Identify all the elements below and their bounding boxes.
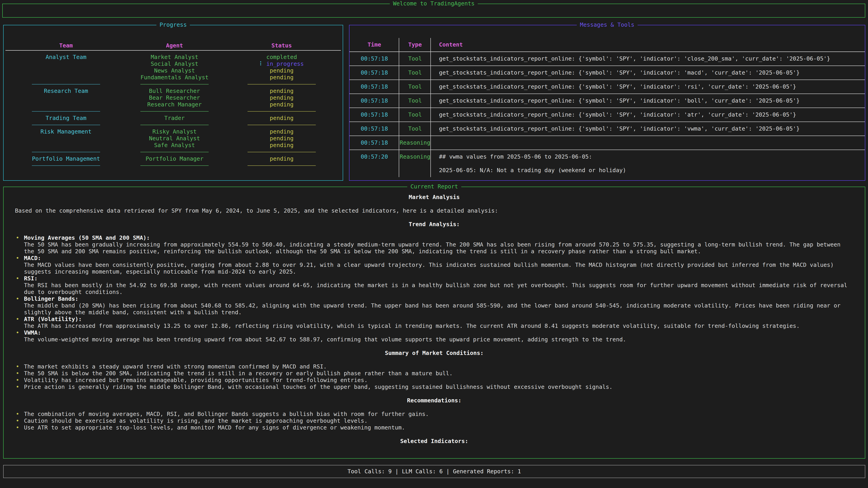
- message-content: get_stockstats_indicators_report_online:…: [431, 125, 865, 132]
- message-content: get_stockstats_indicators_report_online:…: [431, 55, 865, 62]
- message-row: 00:57:18 Tool get_stockstats_indicators_…: [349, 80, 865, 94]
- message-type: Tool: [399, 69, 431, 76]
- messages-panel-title: Messages & Tools: [577, 22, 638, 28]
- agent-label: Fundamentals Analyst: [128, 74, 221, 81]
- table-row: Risk Management Risky Analyst pending: [4, 128, 343, 135]
- message-time: 00:57:18: [349, 84, 399, 90]
- messages-table-header: Time Type Content: [349, 38, 865, 52]
- message-row: 00:57:20 Reasoning ## vwma values from 2…: [349, 150, 865, 177]
- message-content: get_stockstats_indicators_report_online:…: [431, 69, 865, 76]
- list-item: • VWMA: The volume-weighted moving avera…: [15, 329, 854, 343]
- message-time: 00:57:18: [349, 97, 399, 104]
- table-row: Fundamentals Analyst pending: [4, 74, 343, 81]
- message-time: 00:57:18: [349, 125, 399, 132]
- status-badge: pending: [221, 94, 343, 101]
- status-badge: pending: [221, 88, 343, 94]
- status-badge: completed: [221, 54, 343, 61]
- table-row: Research Manager pending: [4, 101, 343, 108]
- progress-panel-title: Progress: [156, 22, 190, 28]
- column-header-type: Type: [399, 41, 431, 48]
- list-item: • The market exhibits a steady upward tr…: [15, 363, 854, 370]
- column-header-time: Time: [349, 41, 399, 48]
- agent-label: Social Analyst: [128, 61, 221, 67]
- list-item: • Price action is generally riding the m…: [15, 384, 854, 390]
- message-content: get_stockstats_indicators_report_online:…: [431, 84, 865, 90]
- table-row: Bear Researcher pending: [4, 94, 343, 101]
- group-separator: [4, 81, 343, 88]
- table-row: Safe Analyst pending: [4, 142, 343, 149]
- team-label: Analyst Team: [4, 54, 128, 61]
- message-row: 00:57:18 Tool get_stockstats_indicators_…: [349, 66, 865, 80]
- table-row: Social Analyst ⠇in_progress: [4, 61, 343, 67]
- table-row: Neutral Analyst pending: [4, 135, 343, 142]
- bullet-icon: •: [16, 418, 19, 424]
- progress-table-header: Team Agent Status: [4, 41, 343, 50]
- report-body: Market Analysis Based on the comprehensi…: [4, 187, 865, 445]
- app-title: Welcome to TradingAgents: [390, 0, 477, 7]
- status-badge: pending: [221, 67, 343, 74]
- table-row: News Analyst pending: [4, 67, 343, 74]
- stats-footer: Tool Calls: 9 | LLM Calls: 6 | Generated…: [3, 465, 865, 478]
- report-heading-summary: Summary of Market Conditions:: [15, 350, 854, 357]
- column-header-agent: Agent: [128, 42, 221, 49]
- status-badge: pending: [221, 115, 343, 122]
- agent-label: Trader: [128, 115, 221, 122]
- message-time: 00:57:18: [349, 139, 399, 146]
- group-separator: [4, 122, 343, 128]
- message-content: ## vwma values from 2025-05-06 to 2025-0…: [431, 150, 865, 177]
- message-type: Tool: [399, 111, 431, 118]
- status-badge: pending: [221, 135, 343, 142]
- group-separator: [4, 108, 343, 115]
- message-type: Tool: [399, 97, 431, 104]
- messages-tools-panel: Messages & Tools Time Type Content 00:57…: [349, 25, 865, 181]
- column-header-team: Team: [4, 42, 128, 49]
- table-row: Trading Team Trader pending: [4, 115, 343, 122]
- message-time: 00:57:20: [349, 150, 399, 160]
- list-item: • The combination of moving averages, MA…: [15, 411, 854, 418]
- list-item: • Volatility has increased but remains m…: [15, 377, 854, 384]
- bullet-icon: •: [16, 255, 19, 262]
- column-divider: [399, 38, 399, 177]
- agent-label: Bull Researcher: [128, 88, 221, 94]
- welcome-panel: Welcome to TradingAgents: [2, 4, 865, 18]
- table-row: Analyst Team Market Analyst completed: [4, 54, 343, 61]
- list-item: • RSI: The RSI has been mostly in the 54…: [15, 275, 854, 295]
- messages-table: Time Type Content 00:57:18 Tool get_stoc…: [349, 38, 865, 177]
- agent-label: Market Analyst: [128, 54, 221, 61]
- agent-label: Portfolio Manager: [128, 156, 221, 162]
- message-type: Reasoning: [399, 150, 431, 160]
- group-separator: [4, 162, 343, 169]
- progress-panel: Progress Team Agent Status Analyst Team …: [3, 25, 343, 181]
- team-label: Trading Team: [4, 115, 128, 122]
- message-type: Tool: [399, 55, 431, 62]
- status-badge: pending: [221, 101, 343, 108]
- team-label: Portfolio Management: [4, 156, 128, 162]
- spinner-icon: ⠇: [259, 61, 264, 67]
- message-type: Tool: [399, 84, 431, 90]
- message-content: get_stockstats_indicators_report_online:…: [431, 111, 865, 118]
- message-time: 00:57:18: [349, 55, 399, 62]
- message-row: 00:57:18 Reasoning: [349, 136, 865, 150]
- team-label: Risk Management: [4, 128, 128, 135]
- stats-text: Tool Calls: 9 | LLM Calls: 6 | Generated…: [347, 468, 521, 475]
- message-time: 00:57:18: [349, 111, 399, 118]
- bullet-icon: •: [16, 316, 19, 323]
- bullet-icon: •: [16, 295, 19, 302]
- status-badge: pending: [221, 156, 343, 162]
- bullet-icon: •: [16, 377, 19, 384]
- list-item: • Use ATR to set appropriate stop-loss l…: [15, 424, 854, 431]
- status-badge: pending: [221, 128, 343, 135]
- team-label: Research Team: [4, 88, 128, 94]
- bullet-icon: •: [16, 275, 19, 282]
- bullet-icon: •: [16, 370, 19, 377]
- report-heading-trend-analysis: Trend Analysis:: [15, 221, 854, 228]
- report-heading-market-analysis: Market Analysis: [15, 194, 854, 201]
- agent-label: News Analyst: [128, 67, 221, 74]
- agent-label: Safe Analyst: [128, 142, 221, 149]
- status-badge: pending: [221, 142, 343, 149]
- progress-table: Team Agent Status Analyst Team Market An…: [4, 41, 343, 169]
- current-report-panel: Current Report Market Analysis Based on …: [3, 187, 865, 459]
- status-badge: pending: [221, 74, 343, 81]
- column-header-status: Status: [221, 42, 343, 49]
- list-item: • Caution should be exercised as volatil…: [15, 418, 854, 424]
